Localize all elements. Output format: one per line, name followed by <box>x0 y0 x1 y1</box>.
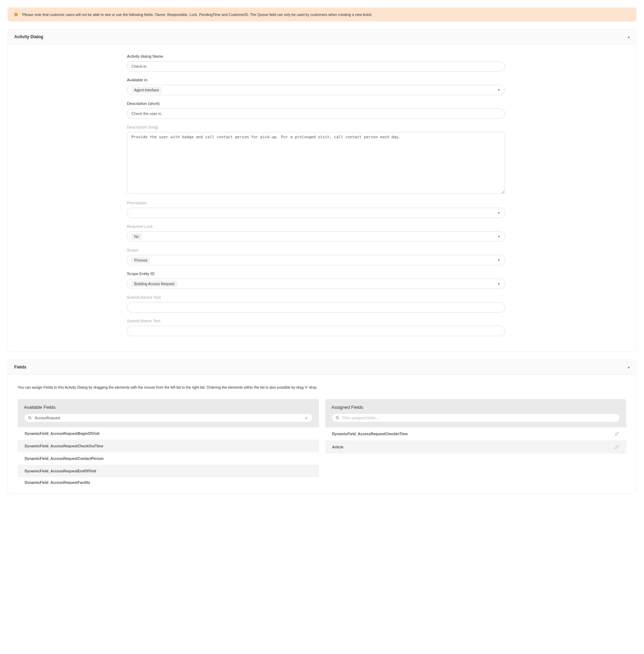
activity-dialog-body: Activity dialog Name Available in Agent … <box>8 44 636 351</box>
desc-long-label: Description (long) <box>127 125 505 129</box>
required-lock-select[interactable]: No ▾ <box>127 231 505 242</box>
available-fields-list: DynamicField_AccessRequestBeginOfVisit D… <box>18 427 319 484</box>
list-item[interactable]: DynamicField_AccessRequestCheckInTime <box>325 427 627 440</box>
submit-advice-input[interactable] <box>127 302 505 313</box>
scope-select[interactable]: Process ▾ <box>127 255 505 265</box>
available-fields-column: Available Fields × DynamicField_AccessRe… <box>18 399 319 484</box>
fields-body: You can assign Fields to this Activity D… <box>8 375 636 494</box>
collapse-icon: ▴ <box>628 35 630 39</box>
svg-point-3 <box>28 416 31 419</box>
scope-label: Scope <box>127 248 505 252</box>
activity-dialog-panel: Activity Dialog ▴ Activity dialog Name A… <box>8 29 636 352</box>
edit-icon[interactable] <box>614 431 619 436</box>
submit-button-input[interactable] <box>127 326 505 336</box>
svg-line-4 <box>31 419 32 420</box>
list-item[interactable]: DynamicField_AccessRequestContactPerson <box>18 452 319 465</box>
permission-select[interactable]: ▾ <box>127 208 505 218</box>
select-value: Agent Interface <box>131 87 162 93</box>
svg-line-6 <box>338 419 339 420</box>
clear-icon[interactable]: × <box>303 415 309 421</box>
list-item[interactable]: Article <box>325 440 627 454</box>
select-value: Building Access Request <box>131 281 177 287</box>
list-item[interactable]: DynamicField_AccessRequestEndOfVisit <box>18 465 319 477</box>
chevron-down-icon: ▾ <box>498 235 500 238</box>
scope-entity-id-label: Scope Entity ID <box>127 272 505 276</box>
chevron-down-icon: ▾ <box>498 258 500 262</box>
search-icon <box>28 416 32 420</box>
available-in-label: Available in <box>127 78 505 82</box>
fields-header[interactable]: Fields ▴ <box>8 360 636 375</box>
desc-short-label: Description (short) <box>127 101 505 106</box>
chevron-down-icon: ▾ <box>498 211 500 215</box>
list-item[interactable]: DynamicField_AccessRequestFacility <box>18 477 319 484</box>
assigned-fields-title: Assigned Fields <box>325 399 627 413</box>
chevron-down-icon: ▾ <box>498 88 500 92</box>
select-value: No <box>131 233 141 240</box>
required-lock-label: Required Lock <box>127 224 505 229</box>
name-input[interactable] <box>127 61 505 72</box>
collapse-icon: ▴ <box>628 365 630 369</box>
activity-dialog-header[interactable]: Activity Dialog ▴ <box>8 30 636 44</box>
info-icon <box>14 13 18 17</box>
list-item[interactable]: DynamicField_AccessRequestBeginOfVisit <box>18 427 319 440</box>
desc-short-input[interactable] <box>127 108 505 119</box>
available-filter-input[interactable] <box>34 415 303 420</box>
permission-label: Permission <box>127 201 505 205</box>
info-alert: Please note that customer users will not… <box>8 8 636 22</box>
svg-rect-2 <box>16 14 16 14</box>
list-item[interactable]: DynamicField_AccessRequestCheckOutTime <box>18 440 319 452</box>
svg-rect-1 <box>16 14 16 16</box>
submit-advice-label: Submit Advice Text <box>127 295 505 299</box>
assigned-filter-input[interactable] <box>342 415 617 420</box>
fields-panel: Fields ▴ You can assign Fields to this A… <box>8 359 636 494</box>
name-label: Activity dialog Name <box>127 54 505 58</box>
fields-instruction: You can assign Fields to this Activity D… <box>18 385 626 389</box>
search-icon <box>335 416 340 420</box>
available-filter-box: × <box>24 413 313 422</box>
assigned-filter-box <box>332 413 620 422</box>
available-in-select[interactable]: Agent Interface ▾ <box>127 85 505 95</box>
chevron-down-icon: ▾ <box>498 282 500 285</box>
alert-text: Please note that customer users will not… <box>22 13 372 17</box>
assigned-fields-list: DynamicField_AccessRequestCheckInTime Ar… <box>325 427 627 454</box>
submit-button-label: Submit Button Text <box>127 319 505 323</box>
edit-icon[interactable] <box>614 445 619 449</box>
select-value: Process <box>131 257 150 263</box>
panel-title: Fields <box>14 365 26 370</box>
desc-long-textarea[interactable] <box>127 132 505 194</box>
svg-point-5 <box>336 416 338 419</box>
panel-title: Activity Dialog <box>14 34 43 39</box>
available-fields-title: Available Fields <box>18 399 319 413</box>
assigned-fields-column: Assigned Fields DynamicField_AccessReque… <box>325 399 627 454</box>
scope-entity-id-select[interactable]: Building Access Request ▾ <box>127 279 505 289</box>
